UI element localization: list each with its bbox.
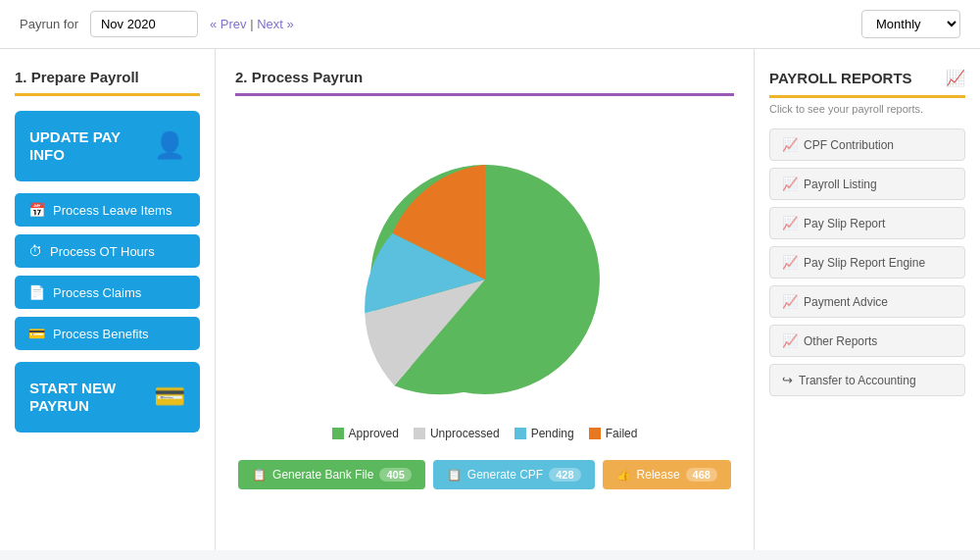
nav-links: « Prev | Next »	[210, 17, 294, 31]
payment-advice-button[interactable]: 📈 Payment Advice	[769, 285, 965, 318]
legend-unprocessed-color	[414, 428, 425, 439]
process-claims-label: Process Claims	[53, 285, 141, 300]
payroll-listing-button[interactable]: 📈 Payroll Listing	[769, 168, 965, 200]
reports-chart-icon: 📈	[946, 69, 965, 87]
payrun-date-input[interactable]	[90, 11, 198, 37]
bank-icon: 📋	[252, 468, 267, 482]
payrun-label: Payrun for	[20, 17, 78, 31]
legend-failed: Failed	[589, 427, 638, 440]
process-benefits-button[interactable]: 💳 Process Benefits	[15, 317, 200, 350]
payroll-listing-label: Payroll Listing	[804, 178, 877, 191]
process-ot-label: Process OT Hours	[50, 244, 155, 259]
generate-bank-label: Generate Bank File	[272, 468, 373, 482]
payment-advice-label: Payment Advice	[804, 295, 888, 309]
release-icon: 👍	[616, 468, 631, 482]
legend-failed-label: Failed	[606, 427, 638, 440]
pay-slip-engine-label: Pay Slip Report Engine	[804, 256, 925, 270]
advice-icon: 📈	[782, 294, 798, 309]
generate-cpf-button[interactable]: 📋 Generate CPF 428	[433, 460, 595, 489]
card-icon: 💳	[28, 326, 45, 341]
legend-failed-color	[589, 428, 601, 439]
update-pay-icon: 👤	[154, 130, 185, 161]
chart-legend: Approved Unprocessed Pending Failed	[332, 427, 638, 440]
transfer-icon: ↪	[782, 373, 793, 387]
action-buttons: 📋 Generate Bank File 405 📋 Generate CPF …	[238, 460, 731, 489]
transfer-accounting-label: Transfer to Accounting	[799, 374, 916, 387]
main-content: 1. Prepare Payroll UPDATE PAY INFO 👤 📅 P…	[0, 49, 980, 550]
right-panel: PAYROLL REPORTS 📈 Click to see your payr…	[755, 49, 980, 550]
next-link[interactable]: Next »	[257, 17, 294, 31]
document-icon: 📄	[28, 284, 45, 300]
process-leave-button[interactable]: 📅 Process Leave Items	[15, 193, 200, 227]
pie-chart	[358, 152, 612, 407]
start-payrun-button[interactable]: START NEW PAYRUN 💳	[15, 362, 200, 433]
pay-slip-report-button[interactable]: 📈 Pay Slip Report	[769, 207, 965, 239]
cpf-report-label: CPF Contribution	[804, 138, 894, 152]
other-reports-button[interactable]: 📈 Other Reports	[769, 325, 965, 357]
clock-icon: ⏱	[28, 243, 42, 259]
legend-approved-color	[332, 428, 344, 439]
bank-count: 405	[379, 468, 411, 482]
start-payrun-label: START NEW PAYRUN	[29, 380, 154, 415]
top-bar: Payrun for « Prev | Next » Monthly Weekl…	[0, 0, 980, 49]
transfer-accounting-button[interactable]: ↪ Transfer to Accounting	[769, 364, 965, 396]
cpf-contribution-button[interactable]: 📈 CPF Contribution	[769, 128, 965, 161]
process-payrun-title: 2. Process Payrun	[235, 69, 734, 96]
payslip-icon: 📈	[782, 216, 798, 230]
middle-panel: 2. Process Payrun	[216, 49, 755, 550]
pay-slip-label: Pay Slip Report	[804, 217, 885, 230]
process-claims-button[interactable]: 📄 Process Claims	[15, 276, 200, 309]
payrun-icon: 💳	[154, 382, 185, 412]
generate-cpf-label: Generate CPF	[467, 468, 543, 482]
legend-pending-color	[514, 428, 526, 439]
legend-pending: Pending	[514, 427, 574, 440]
engine-icon: 📈	[782, 255, 798, 270]
release-button[interactable]: 👍 Release 468	[603, 460, 731, 489]
legend-unprocessed: Unprocessed	[414, 427, 500, 440]
update-pay-label: UPDATE PAY INFO	[29, 128, 154, 164]
process-leave-label: Process Leave Items	[53, 203, 172, 218]
release-label: Release	[637, 468, 680, 482]
cpf-report-icon: 📈	[782, 137, 798, 152]
other-reports-label: Other Reports	[804, 334, 877, 348]
chart-container: Approved Unprocessed Pending Failed 📋	[235, 111, 734, 531]
prepare-payroll-title: 1. Prepare Payroll	[15, 69, 200, 96]
listing-icon: 📈	[782, 177, 798, 191]
legend-pending-label: Pending	[531, 427, 574, 440]
left-panel: 1. Prepare Payroll UPDATE PAY INFO 👤 📅 P…	[0, 49, 216, 550]
legend-approved: Approved	[332, 427, 399, 440]
process-ot-button[interactable]: ⏱ Process OT Hours	[15, 234, 200, 268]
cpf-icon: 📋	[447, 468, 462, 482]
prev-link[interactable]: « Prev	[210, 17, 247, 31]
generate-bank-file-button[interactable]: 📋 Generate Bank File 405	[238, 460, 425, 489]
release-count: 468	[686, 468, 717, 482]
legend-approved-label: Approved	[349, 427, 399, 440]
payroll-reports-label: PAYROLL REPORTS	[769, 70, 912, 86]
update-pay-button[interactable]: UPDATE PAY INFO 👤	[15, 111, 200, 181]
payroll-reports-title: PAYROLL REPORTS 📈	[769, 69, 965, 98]
calendar-icon: 📅	[28, 202, 45, 218]
cpf-count: 428	[549, 468, 580, 482]
reports-subtitle: Click to see your payroll reports.	[769, 103, 965, 115]
legend-unprocessed-label: Unprocessed	[430, 427, 500, 440]
period-select[interactable]: Monthly Weekly Bi-Weekly	[861, 10, 960, 38]
process-benefits-label: Process Benefits	[53, 327, 149, 341]
other-icon: 📈	[782, 333, 798, 348]
pay-slip-engine-button[interactable]: 📈 Pay Slip Report Engine	[769, 246, 965, 279]
